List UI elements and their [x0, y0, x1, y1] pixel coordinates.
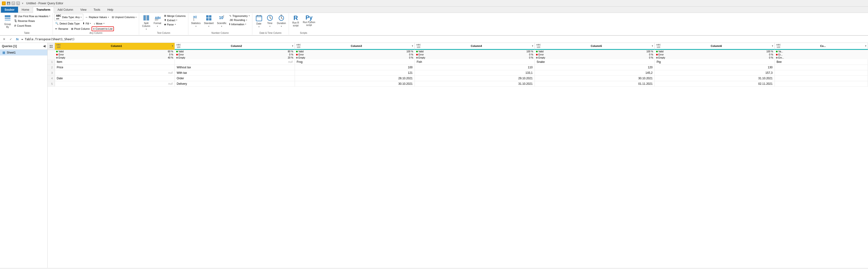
- row-4-col4[interactable]: 29.10.2021: [415, 76, 535, 81]
- row-5-col1[interactable]: null: [55, 81, 175, 87]
- data-grid[interactable]: ABC123 Column1 ▾ ABC123 Column2 ▾: [48, 43, 868, 268]
- group-by-button[interactable]: GroupBy: [2, 14, 13, 30]
- formula-confirm-button[interactable]: ✓: [8, 37, 13, 42]
- row-4-col7[interactable]: [775, 76, 868, 81]
- row-1-col6[interactable]: Pig: [655, 59, 775, 65]
- col2-dropdown[interactable]: ▾: [292, 45, 293, 47]
- data-type-button[interactable]: ABC123 Data Type: Any ▾: [54, 14, 83, 21]
- tab-add-column[interactable]: Add Column: [54, 7, 77, 12]
- tab-home[interactable]: Home: [18, 7, 33, 12]
- time-button[interactable]: Time ▾: [265, 14, 275, 28]
- unpivot-columns-button[interactable]: ⊟ Unpivot Columns ▾: [111, 15, 138, 19]
- row-5-col6[interactable]: 02.11.2021: [655, 81, 775, 87]
- column-header-col6[interactable]: ABC123 Column6 ▾: [655, 43, 775, 50]
- row-3-col6[interactable]: 157,3: [655, 70, 775, 76]
- col1-error: Error 0 %: [55, 53, 175, 56]
- col3-dropdown[interactable]: ▾: [412, 45, 413, 47]
- row-5-col4[interactable]: 31.10.2021: [415, 81, 535, 87]
- row-4-col3[interactable]: 28.10.2021: [294, 76, 415, 81]
- row-3-col4[interactable]: 133,1: [415, 70, 535, 76]
- col1-dropdown[interactable]: ▾: [172, 45, 173, 47]
- tab-help[interactable]: Help: [104, 7, 117, 12]
- row-3-col2[interactable]: With tax: [175, 70, 295, 76]
- grid-select-all-icon[interactable]: [48, 44, 55, 49]
- row-5-col5[interactable]: 01.11.2021: [535, 81, 655, 87]
- sidebar-item-sheet1[interactable]: ▦ Sheet1: [0, 50, 47, 56]
- detect-data-type-button[interactable]: 🔍 Detect Data Type: [54, 22, 81, 26]
- row-2-col1[interactable]: Price: [55, 65, 175, 70]
- row-4-col2[interactable]: Order: [175, 76, 295, 81]
- row-4-col6[interactable]: 31.10.2021: [655, 76, 775, 81]
- scientific-button[interactable]: 10 2 Scientific ▾: [215, 14, 228, 28]
- row-3-col1[interactable]: null: [55, 70, 175, 76]
- row-5-col2[interactable]: Delivery: [175, 81, 295, 87]
- statistics-button[interactable]: XΣ Σ Statistics ▾: [190, 14, 202, 28]
- save-icon[interactable]: 💾: [7, 1, 10, 5]
- row-3-col5[interactable]: 145,2: [535, 70, 655, 76]
- fill-button[interactable]: ⬇ Fill ▾: [82, 22, 92, 26]
- extract-button[interactable]: ⬆ Extract ▾: [163, 18, 187, 22]
- row-1-col3[interactable]: Frog: [294, 59, 415, 65]
- move-button[interactable]: ↕ Move ▾: [93, 22, 105, 26]
- col7-dropdown[interactable]: ▾: [865, 45, 866, 47]
- tab-transform[interactable]: Transform: [33, 7, 54, 13]
- count-rows-button[interactable]: # Count Rows: [13, 23, 51, 28]
- col6-dropdown[interactable]: ▾: [772, 45, 773, 47]
- information-button[interactable]: ℹ Information ▾: [228, 22, 250, 26]
- column-header-col4[interactable]: ABC123 Column4 ▾: [415, 43, 535, 50]
- duration-button[interactable]: Duration ▾: [276, 14, 287, 28]
- column-header-col7[interactable]: ABC123 Co... ▾: [775, 43, 868, 50]
- row-2-col5[interactable]: 120: [535, 65, 655, 70]
- undo-icon[interactable]: ↶: [11, 1, 15, 5]
- formula-cancel-button[interactable]: ✕: [1, 37, 7, 42]
- row-2-col3[interactable]: 100: [294, 65, 415, 70]
- tab-soubor[interactable]: Soubor: [1, 7, 18, 12]
- row-3-col3[interactable]: 121: [294, 70, 415, 76]
- trigonometry-button[interactable]: ∿ Trigonometry ▾: [228, 14, 250, 18]
- replace-values-button[interactable]: ↔ Replace Values ▾: [84, 15, 110, 19]
- reverse-rows-button[interactable]: ⇅ Reverse Rows: [13, 19, 51, 23]
- rename-button[interactable]: ✏ Rename: [54, 27, 69, 31]
- row-2-col4[interactable]: 110: [415, 65, 535, 70]
- run-python-button[interactable]: Py Run Pythonscript: [301, 14, 316, 28]
- row-4-col5[interactable]: 30.10.2021: [535, 76, 655, 81]
- row-2-col2[interactable]: Without tax: [175, 65, 295, 70]
- split-column-button[interactable]: SplitColumn ▾: [141, 14, 152, 31]
- col4-empty-val: 0 %: [529, 56, 533, 59]
- row-1-col7[interactable]: Bee: [775, 59, 868, 65]
- merge-columns-button[interactable]: ⊞ Merge Columns: [163, 14, 187, 18]
- column-header-col5[interactable]: ABC123 Column5 ▾: [535, 43, 655, 50]
- row-1-col2[interactable]: null: [175, 59, 295, 65]
- convert-to-list-button[interactable]: ≡ Convert to List: [92, 26, 114, 31]
- tab-tools[interactable]: Tools: [90, 7, 104, 12]
- row-5-col3[interactable]: 30.10.2021: [294, 81, 415, 87]
- formula-fx-button[interactable]: fx: [15, 37, 20, 42]
- standard-button[interactable]: Standard ▾: [203, 14, 215, 28]
- col5-dropdown[interactable]: ▾: [652, 45, 653, 47]
- column-header-col1[interactable]: ABC123 Column1 ▾: [55, 43, 175, 50]
- row-2-col7[interactable]: [775, 65, 868, 70]
- row-1-col4[interactable]: Fish: [415, 59, 535, 65]
- column-header-col3[interactable]: ABC123 Column3 ▾: [294, 43, 415, 50]
- use-first-row-button[interactable]: ⊞ Use First Row as Headers ▾: [13, 14, 51, 18]
- row-1-col5[interactable]: Snake: [535, 59, 655, 65]
- formula-input[interactable]: [22, 38, 867, 41]
- row-1-col1[interactable]: Item: [55, 59, 175, 65]
- pivot-column-button[interactable]: ⊞ Pivot Column: [70, 27, 91, 31]
- column-header-col2[interactable]: ABC123 Column2 ▾: [175, 43, 295, 50]
- tab-view[interactable]: View: [77, 7, 90, 12]
- rounding-button[interactable]: .00 Rounding ▾: [228, 18, 250, 22]
- row-2-col6[interactable]: 130: [655, 65, 775, 70]
- run-r-button[interactable]: R Run Rscript: [290, 14, 301, 28]
- parse-button[interactable]: ◈ Parse ▾: [163, 22, 187, 26]
- col4-dropdown[interactable]: ▾: [532, 45, 533, 47]
- date-button[interactable]: Date ▾: [254, 14, 264, 29]
- row-5-col7[interactable]: [775, 81, 868, 87]
- split-column-label: SplitColumn: [142, 22, 150, 28]
- sidebar-collapse-button[interactable]: ◀: [43, 44, 45, 48]
- format-button[interactable]: ABC abc Format ▾: [152, 14, 163, 28]
- redo-icon[interactable]: ↷: [16, 1, 20, 5]
- row-3-col7[interactable]: [775, 70, 868, 76]
- time-icon: [267, 15, 273, 22]
- row-4-col1[interactable]: Date: [55, 76, 175, 81]
